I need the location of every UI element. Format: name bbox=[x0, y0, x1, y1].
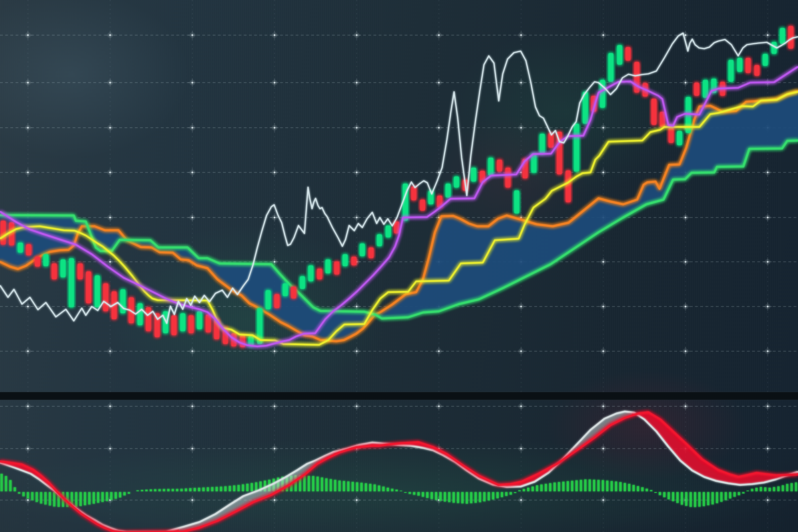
trading-chart-screenshot bbox=[0, 0, 798, 532]
panel-divider bbox=[0, 392, 798, 400]
macd-line bbox=[0, 412, 798, 532]
chart-canvas bbox=[0, 0, 798, 532]
macd-ribbon-fill bbox=[0, 411, 798, 532]
macd-signal-line bbox=[0, 411, 798, 532]
